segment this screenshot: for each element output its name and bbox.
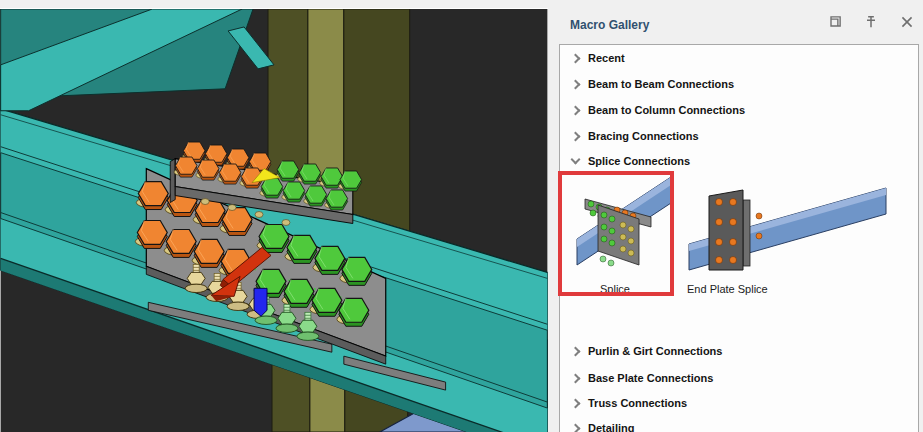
category-truss[interactable]: Truss Connections: [560, 392, 918, 414]
panel-titlebar: Macro Gallery: [557, 12, 923, 38]
end-plate-splice-thumbnail-label[interactable]: End Plate Splice: [687, 283, 768, 295]
chevron-right-icon: [571, 79, 581, 89]
chevron-right-icon: [571, 105, 581, 115]
chevron-right-icon: [571, 53, 581, 63]
category-purlin-girt[interactable]: Purlin & Girt Connections: [560, 340, 918, 362]
chevron-right-icon: [571, 398, 581, 408]
macro-gallery-panel: Macro Gallery Recent Beam to Beam Connec…: [557, 0, 923, 432]
category-beam-to-beam[interactable]: Beam to Beam Connections: [560, 73, 918, 95]
category-detailing[interactable]: Detailing: [560, 417, 918, 432]
splice-thumbnail[interactable]: [565, 177, 671, 279]
chevron-right-icon: [571, 346, 581, 356]
category-recent[interactable]: Recent: [560, 47, 918, 69]
category-base-plate[interactable]: Base Plate Connections: [560, 367, 918, 389]
chevron-right-icon: [571, 423, 581, 432]
gallery-content: Recent Beam to Beam Connections Beam to …: [559, 44, 919, 432]
panel-title: Macro Gallery: [570, 18, 649, 32]
category-beam-to-column[interactable]: Beam to Column Connections: [560, 99, 918, 121]
category-splice[interactable]: Splice Connections: [560, 150, 918, 172]
pin-icon[interactable]: [863, 14, 879, 30]
end-plate-splice-thumbnail[interactable]: [681, 178, 899, 278]
float-window-icon[interactable]: [827, 14, 843, 30]
splice-thumbnail-label[interactable]: Splice: [600, 283, 630, 295]
origin-marker: [254, 288, 267, 316]
chevron-right-icon: [571, 131, 581, 141]
close-icon[interactable]: [899, 14, 915, 30]
chevron-right-icon: [571, 373, 581, 383]
category-bracing[interactable]: Bracing Connections: [560, 125, 918, 147]
chevron-down-icon: [571, 155, 581, 165]
model-viewport[interactable]: [0, 8, 548, 432]
